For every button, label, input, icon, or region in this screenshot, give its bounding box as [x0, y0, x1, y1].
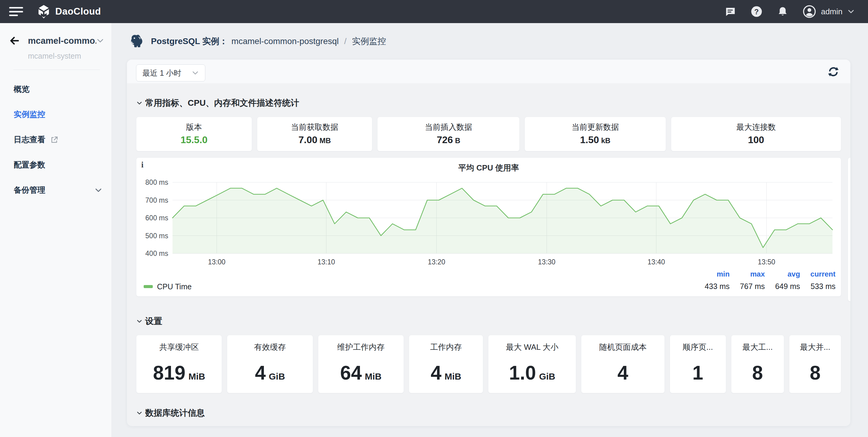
- stat-card-unit: MB: [319, 137, 331, 145]
- stat-card-value: 1.50kB: [580, 134, 611, 146]
- setting-card-number: 1: [692, 361, 703, 384]
- stat-card-value: 100: [748, 134, 764, 146]
- instance-name: mcamel-common-postgresql: [231, 36, 339, 46]
- setting-card-unit: GiB: [539, 371, 555, 382]
- section-metrics[interactable]: 常用指标、CPU、内存和文件描述符统计: [136, 97, 841, 109]
- setting-card-title: 最大并...: [800, 342, 830, 352]
- setting-card-value: 64MiB: [340, 361, 381, 384]
- stat-card-unit: kB: [601, 137, 611, 145]
- setting-card-unit: MiB: [445, 371, 461, 382]
- stat-card-number: 15.5.0: [180, 134, 208, 145]
- stat-card-number: 1.50: [580, 134, 599, 145]
- section-title-text: 设置: [145, 315, 162, 327]
- stat-card-title: 当前插入数据: [425, 122, 472, 133]
- setting-card-value: 8: [752, 361, 763, 384]
- sidebar-item-label: 备份管理: [14, 185, 45, 196]
- messages-icon[interactable]: [724, 5, 737, 18]
- settings-cards-row: 共享缓冲区819MiB有效缓存4GiB维护工作内存64MiB工作内存4MiB最大…: [136, 335, 841, 393]
- setting-card: 共享缓冲区819MiB: [136, 335, 222, 393]
- user-menu[interactable]: admin: [803, 5, 855, 18]
- chart-svg: 400 ms500 ms600 ms700 ms800 ms13:0013:10…: [142, 179, 836, 267]
- legend-value: 533 ms: [800, 280, 836, 293]
- setting-card-title: 最大 WAL 大小: [506, 342, 559, 352]
- legend-sort-max[interactable]: max: [730, 269, 765, 280]
- setting-card-number: 1.0: [509, 361, 536, 384]
- svg-text:13:20: 13:20: [428, 258, 445, 266]
- setting-card-number: 4: [431, 361, 442, 384]
- setting-card-value: 4GiB: [255, 361, 285, 384]
- chevron-down-icon[interactable]: [96, 37, 104, 45]
- legend-value: 767 ms: [730, 280, 765, 293]
- setting-card-title: 共享缓冲区: [159, 342, 199, 352]
- menu-toggle-icon[interactable]: [9, 6, 23, 17]
- stat-card-unit: B: [455, 137, 460, 145]
- setting-card-number: 8: [810, 361, 820, 384]
- setting-card-value: 1: [692, 361, 703, 384]
- sidebar-item-1[interactable]: 概览: [0, 77, 112, 102]
- setting-card: 最大并...8: [789, 335, 841, 393]
- setting-card-number: 64: [340, 361, 362, 384]
- sidebar-item-label: 配置参数: [14, 159, 45, 170]
- sidebar-item-5[interactable]: 备份管理: [0, 177, 112, 203]
- setting-card-unit: MiB: [365, 371, 381, 382]
- topbar: DaoCloud ?: [0, 0, 868, 23]
- legend-header-row: minmaxavgcurrent: [142, 269, 836, 280]
- help-icon[interactable]: ?: [750, 5, 763, 18]
- stat-card-value: 7.00MB: [299, 134, 331, 146]
- main-area: PostgreSQL 实例： mcamel-common-postgresql …: [112, 23, 868, 437]
- panel-info-icon[interactable]: i: [141, 160, 144, 170]
- svg-text:500 ms: 500 ms: [146, 232, 168, 240]
- stat-card: 当前获取数据7.00MB: [257, 117, 373, 151]
- setting-card: 随机页面成本4: [581, 335, 664, 393]
- setting-card-value: 4: [617, 361, 628, 384]
- sidebar-item-3[interactable]: 日志查看: [0, 127, 112, 152]
- setting-card: 顺序页...1: [670, 335, 726, 393]
- legend-sort-avg[interactable]: avg: [765, 269, 800, 280]
- chevron-down-icon: [94, 186, 102, 194]
- svg-text:13:10: 13:10: [318, 258, 335, 266]
- svg-text:13:50: 13:50: [758, 258, 775, 266]
- time-range-value: 最近 1 小时: [143, 68, 181, 78]
- external-link-icon: [50, 136, 59, 144]
- refresh-icon[interactable]: [827, 66, 839, 78]
- setting-card-title: 顺序页...: [683, 342, 713, 352]
- legend-value: 649 ms: [765, 280, 800, 293]
- setting-card-unit: GiB: [269, 371, 285, 382]
- user-name: admin: [821, 7, 842, 17]
- setting-card: 有效缓存4GiB: [227, 335, 313, 393]
- chevron-down-icon: [192, 69, 199, 77]
- legend-series-name: CPU Time: [142, 280, 694, 293]
- back-arrow-icon[interactable]: [9, 35, 20, 46]
- section-collapse-icon: [136, 410, 143, 416]
- time-range-select[interactable]: 最近 1 小时: [136, 64, 205, 82]
- breadcrumb-separator: /: [344, 36, 346, 46]
- instance-switcher[interactable]: mcamel-commo...: [28, 36, 96, 46]
- sidebar-item-4[interactable]: 配置参数: [0, 152, 112, 177]
- brand[interactable]: DaoCloud: [36, 4, 101, 19]
- stat-card-title: 当前获取数据: [291, 122, 338, 133]
- legend-row[interactable]: CPU Time433 ms767 ms649 ms533 ms: [142, 280, 836, 293]
- chart-title: 平均 CPU 使用率: [142, 163, 836, 173]
- stat-card-title: 版本: [186, 122, 202, 133]
- stat-card: 版本15.5.0: [136, 117, 252, 151]
- legend-sort-current[interactable]: current: [800, 269, 836, 280]
- section-db-stats[interactable]: 数据库统计信息: [136, 407, 841, 419]
- setting-card-value: 4MiB: [431, 361, 461, 384]
- notifications-bell-icon[interactable]: [777, 5, 789, 18]
- sidebar-item-2[interactable]: 实例监控: [0, 102, 112, 127]
- dashboard-panel: 最近 1 小时 常用指标、CPU、内存和文件描述符统计 版本15.5.0当前获取…: [127, 60, 850, 426]
- setting-card: 维护工作内存64MiB: [318, 335, 404, 393]
- chart-plot: 400 ms500 ms600 ms700 ms800 ms13:0013:10…: [142, 179, 836, 267]
- setting-card-value: 8: [810, 361, 820, 384]
- setting-card: 工作内存4MiB: [409, 335, 483, 393]
- page-title-prefix: PostgreSQL 实例：: [151, 35, 228, 47]
- sidebar-item-label: 实例监控: [14, 109, 45, 120]
- setting-card-number: 819: [153, 361, 186, 384]
- section-settings[interactable]: 设置: [136, 315, 841, 327]
- daocloud-logo-icon: [36, 4, 51, 19]
- legend-value: 433 ms: [694, 280, 730, 293]
- legend-sort-min[interactable]: min: [694, 269, 730, 280]
- setting-card-value: 819MiB: [153, 361, 205, 384]
- legend-name-col: [142, 269, 694, 280]
- stat-card-title: 当前更新数据: [571, 122, 619, 133]
